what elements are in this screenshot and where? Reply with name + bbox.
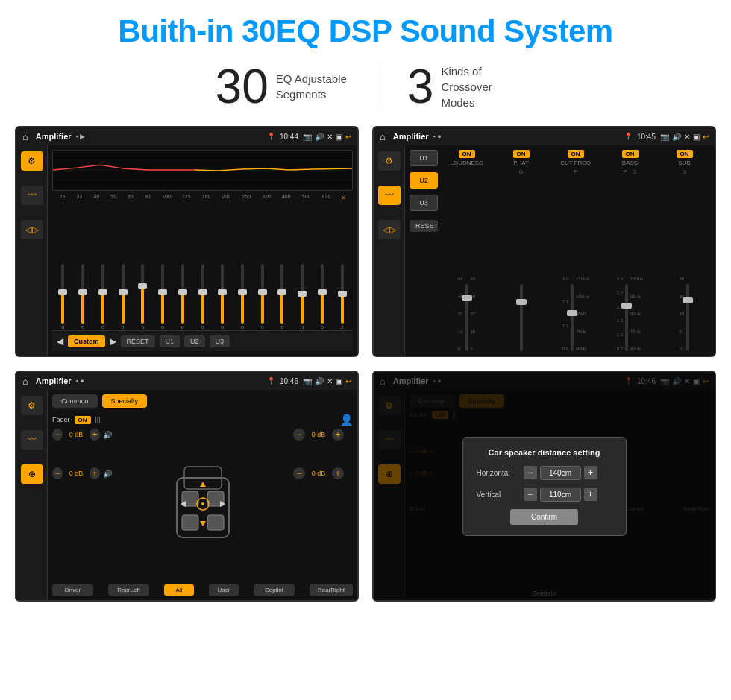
eq-slider-2[interactable]: 0 [93, 264, 112, 330]
u2-preset[interactable]: U2 [410, 172, 438, 189]
next-arrow[interactable]: ▶ [110, 336, 116, 347]
ch-slider-bass[interactable]: 3.02.52.01.51.00.5 100Hz90Hz80Hz70Hz60Hz [617, 176, 644, 351]
vol-plus-lf[interactable]: + [90, 429, 100, 441]
volume-icon-s3: 🔊 [315, 377, 324, 385]
wave-icon-s3[interactable]: 〰 [21, 430, 43, 450]
wave-icon-btn[interactable]: 〰 [21, 186, 43, 205]
back-icon-s3[interactable]: ↩ [345, 377, 351, 385]
home-icon-s2[interactable]: ⌂ [380, 131, 386, 142]
eq-area: 2532405063 80100125160200 25032040050063… [48, 145, 357, 356]
screen3-app-title: Amplifier [36, 376, 72, 385]
vol-minus-lf[interactable]: − [52, 429, 63, 441]
rearleft-btn[interactable]: RearLeft [108, 584, 149, 596]
eq-slider-1[interactable]: 0 [74, 264, 92, 330]
eq-icon-s2[interactable]: ⚙ [378, 151, 401, 171]
screen1-status-icons: 📷 🔊 ✕ ▣ ↩ [303, 133, 351, 141]
speaker-layout: − 0 dB + 🔊 − 0 dB + 🔊 [52, 429, 353, 578]
screen3-speaker: ⌂ Amplifier ▪ ● 📍 10:46 📷 🔊 ✕ ▣ ↩ ⚙ 〰 [15, 371, 359, 602]
prev-arrow[interactable]: ◀ [57, 336, 63, 347]
horizontal-plus-btn[interactable]: + [584, 466, 597, 479]
vol-plus-rr[interactable]: + [332, 467, 344, 479]
back-icon[interactable]: ↩ [345, 133, 351, 141]
screen3-status-bar: ⌂ Amplifier ▪ ● 📍 10:46 📷 🔊 ✕ ▣ ↩ [16, 372, 357, 390]
screen4-distance: ⌂ Amplifier ▪ ● 📍 10:46 📷 🔊 ✕ ▣ ↩ ⚙ 〰 [372, 371, 716, 602]
eq-slider-7[interactable]: 0 [193, 264, 212, 330]
distance-dialog: Car speaker distance setting Horizontal … [462, 437, 627, 536]
screen1-time: 10:44 [280, 133, 298, 141]
eq-slider-0[interactable]: 0 [54, 264, 72, 330]
vertical-minus-btn[interactable]: − [524, 488, 537, 501]
screens-grid: ⌂ Amplifier ▪ ▶ 📍 10:44 📷 🔊 ✕ ▣ ↩ ⚙ 〰 [0, 126, 731, 602]
u3-button-s1[interactable]: U3 [210, 335, 230, 347]
rearright-btn[interactable]: RearRight [310, 584, 353, 596]
vol-val-rf: 0 dB [308, 431, 329, 438]
all-btn[interactable]: All [164, 584, 194, 596]
vol-plus-lr[interactable]: + [90, 467, 100, 479]
eq-icon-btn[interactable]: ⚙ [21, 151, 43, 171]
ch-slider-sub[interactable]: 20151050 [680, 176, 690, 351]
vol-minus-rr[interactable]: − [293, 467, 305, 479]
custom-button[interactable]: Custom [68, 335, 105, 347]
eq-slider-8[interactable]: 0 [213, 264, 232, 330]
horizontal-stepper: − 140cm + [524, 466, 597, 480]
vol-plus-rf[interactable]: + [332, 429, 344, 441]
eq-freq-labels: 2532405063 80100125160200 25032040050063… [52, 194, 353, 201]
screen1-main-content: ⚙ 〰 ◁▷ [16, 145, 357, 356]
right-vol-col: − 0 dB + − 0 dB + [293, 429, 353, 578]
dialog-row-vertical: Vertical − 110cm + [477, 488, 612, 502]
common-tab[interactable]: Common [52, 394, 98, 408]
eq-slider-4[interactable]: 5 [134, 264, 152, 330]
horizontal-label: Horizontal [477, 469, 518, 477]
eq-slider-11[interactable]: 0 [273, 264, 292, 330]
eq-slider-14[interactable]: -1 [333, 264, 351, 330]
specialty-tab[interactable]: Specialty [102, 394, 148, 408]
back-icon-s2[interactable]: ↩ [703, 133, 709, 141]
vol-row-left-rear: − 0 dB + 🔊 [52, 467, 112, 479]
vol-minus-lr[interactable]: − [52, 467, 63, 479]
eq-slider-5[interactable]: 0 [154, 264, 172, 330]
home-icon[interactable]: ⌂ [22, 131, 28, 142]
screen1-eq: ⌂ Amplifier ▪ ▶ 📍 10:44 📷 🔊 ✕ ▣ ↩ ⚙ 〰 [15, 126, 359, 357]
volume-icon-btn[interactable]: ◁▷ [21, 220, 43, 239]
on-badge-phat: ON [513, 150, 530, 158]
screen2-time: 10:45 [637, 133, 656, 141]
vol-icon-s2[interactable]: ◁▷ [378, 220, 401, 239]
eq-slider-12[interactable]: -1 [293, 264, 312, 330]
u1-button-s1[interactable]: U1 [160, 335, 181, 347]
wave-icon-s2[interactable]: 〰 [378, 186, 401, 205]
u2-button-s1[interactable]: U2 [184, 335, 205, 347]
ch-slider-phat[interactable] [520, 176, 523, 351]
crossover-desc: Kinds of Crossover Modes [441, 63, 515, 110]
ch-label-sub: SUB [678, 160, 690, 166]
vol-row-right-rear: − 0 dB + [293, 467, 353, 479]
vertical-plus-btn[interactable]: + [584, 488, 597, 501]
reset-button-s1[interactable]: RESET [121, 335, 155, 347]
eq-slider-10[interactable]: 0 [253, 264, 272, 330]
close-icon-s3: ✕ [327, 377, 333, 385]
eq-number: 30 [216, 63, 269, 110]
ch-slider-loudness[interactable]: 644832160 644832160 [458, 169, 475, 351]
person-icon[interactable]: 👤 [340, 414, 353, 426]
vol-minus-rf[interactable]: − [293, 429, 305, 441]
reset-crossover[interactable]: RESET [410, 220, 438, 232]
eq-icon-s3[interactable]: ⚙ [21, 396, 43, 415]
dialog-title: Car speaker distance setting [477, 448, 612, 457]
screen1-bottom-bar: ◀ Custom ▶ RESET U1 U2 U3 [52, 330, 353, 351]
speaker-buttons-row: Driver RearLeft All User Copilot RearRig… [52, 584, 353, 596]
eq-slider-3[interactable]: 0 [113, 264, 132, 330]
u3-preset[interactable]: U3 [410, 195, 438, 211]
user-btn[interactable]: User [209, 584, 239, 596]
confirm-button[interactable]: Confirm [510, 509, 578, 525]
eq-slider-13[interactable]: 0 [313, 264, 332, 330]
eq-slider-6[interactable]: 0 [173, 264, 192, 330]
home-icon-s3[interactable]: ⌂ [22, 376, 28, 387]
eq-slider-9[interactable]: 0 [233, 264, 252, 330]
horizontal-minus-btn[interactable]: − [524, 466, 537, 479]
copilot-btn[interactable]: Copilot [254, 584, 295, 596]
driver-btn[interactable]: Driver [52, 584, 93, 596]
u1-preset[interactable]: U1 [410, 150, 438, 166]
ch-slider-cutfreq[interactable]: 3.02.11.30.5 120Hz100Hz80Hz70Hz60Hz [562, 176, 589, 351]
vol-icon-s3[interactable]: ⊕ [21, 464, 43, 484]
screen1-status-bar: ⌂ Amplifier ▪ ▶ 📍 10:44 📷 🔊 ✕ ▣ ↩ [16, 127, 357, 145]
screen3-main-content: ⚙ 〰 ⊕ Common Specialty Fader ON ||| 👤 [16, 390, 357, 600]
